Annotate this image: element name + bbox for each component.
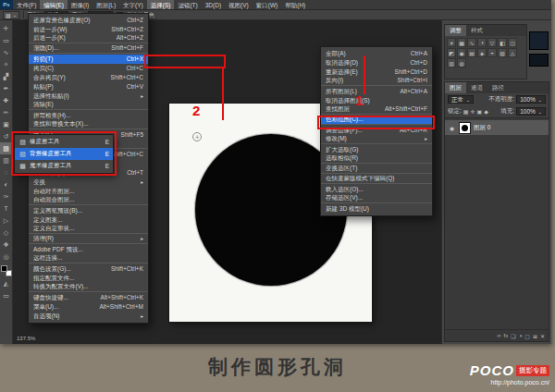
clone-stamp-tool[interactable]: ▣ [0,118,12,130]
layer-thumbnail[interactable] [459,122,471,134]
edit-menu-item[interactable]: 粘贴(P) Ctrl+V [29,82,148,92]
select-menu-item[interactable]: 在快速蒙版模式下编辑(Q) [321,175,432,184]
menu-bar-item[interactable]: 窗口(W) [253,0,281,9]
adjustment-layer-icon[interactable]: ◑ [519,333,523,338]
edit-menu-item[interactable]: 渐隐(D)... Shift+Ctrl+F [29,44,148,54]
curves-icon[interactable]: ∿ [467,38,476,47]
path-selection-tool[interactable]: ▷ [0,214,12,227]
layer-visibility-icon[interactable]: ◉ [448,125,456,131]
quick-mask-button[interactable]: ◭ [0,277,12,289]
select-menu-item[interactable]: 新建 3D 模型(U) [321,204,432,214]
crop-tool[interactable]: ▞ [0,70,12,82]
move-tool[interactable]: ✛ [0,22,12,34]
edit-menu-item[interactable]: 颜色设置(G)... Shift+Ctrl+K [29,264,148,274]
invert-icon[interactable]: ◒ [487,48,497,57]
panel-thumbnail[interactable] [529,31,549,50]
delete-layer-icon[interactable]: ✕ [540,333,545,339]
link-layers-icon[interactable]: ∞ [497,333,500,338]
levels-icon[interactable]: ▦ [457,38,466,47]
edit-menu-item[interactable]: 还原背景色橡皮擦(O) Ctrl+Z [29,16,148,25]
opacity-select[interactable]: 100% [516,95,546,104]
eyedropper-tool[interactable]: ✒ [0,82,12,94]
layer-row-0[interactable]: ◉ 图层 0 [445,120,549,135]
marquee-tool[interactable]: ▭ [0,34,12,46]
type-tool[interactable]: T [0,202,12,214]
edit-menu-item[interactable]: 定义自定形状... [29,225,148,234]
color-swatches[interactable] [1,265,12,276]
lock-all-icon[interactable]: ◆ [484,108,488,115]
screen-mode-button[interactable]: ▭ [0,289,12,301]
edit-menu-item[interactable]: 剪切(T) Ctrl+X [29,55,148,64]
new-layer-icon[interactable]: ⊞ [533,333,537,339]
blend-mode-select[interactable]: 正常 [448,95,474,104]
edit-menu-item[interactable]: 首选项(N) [29,312,148,321]
panel-tab[interactable]: 路径 [487,82,509,93]
color-balance-icon[interactable]: ◫ [508,38,517,47]
color-lookup-icon[interactable]: ◈ [477,48,487,57]
zoom-tool[interactable]: ◎ [0,251,12,263]
edit-menu-item[interactable]: 自动混合图层... [29,196,148,205]
quick-selection-tool[interactable]: ✧ [0,58,12,70]
fill-select[interactable]: 100% [516,107,546,116]
edit-menu-item[interactable]: 清理(R) [29,235,148,244]
hue-saturation-icon[interactable]: ◧ [498,38,507,47]
panel-thumbnail-secondary[interactable] [529,54,549,67]
menu-bar-item[interactable]: 编辑(E) [40,0,68,9]
foreground-color-swatch[interactable] [1,265,7,272]
menu-bar-item[interactable]: 帮助(H) [281,0,309,9]
pen-tool[interactable]: ✑ [0,190,12,202]
edit-menu-item[interactable]: 查找和替换文本(X)... [29,120,148,129]
new-group-icon[interactable]: ▢ [524,333,530,339]
select-menu-item[interactable]: 存储选区(V)... [321,194,432,203]
channel-mixer-icon[interactable]: ▤ [467,48,476,57]
lock-position-icon[interactable]: ▣ [477,108,483,115]
black-white-icon[interactable]: ◩ [447,48,456,57]
edit-menu-item[interactable]: 定义画笔预设(B)... [29,206,148,215]
layer-mask-icon[interactable]: ❏ [511,333,515,339]
lock-pixels-icon[interactable]: ✛ [470,108,475,115]
brush-tool[interactable]: ✏ [0,106,12,118]
select-menu-item[interactable]: 取消选择(D) Ctrl+D [321,58,432,67]
hand-tool[interactable]: ❖ [0,239,12,251]
threshold-icon[interactable]: ◬ [508,48,517,57]
edit-menu-item[interactable]: 拷贝(C) Ctrl+C [29,64,148,73]
photo-filter-icon[interactable]: ◉ [457,48,466,57]
menu-bar-item[interactable]: 图层(L) [92,0,119,9]
menu-bar-item[interactable]: 文件(F) [13,0,40,9]
gradient-map-icon[interactable]: ◍ [457,58,466,67]
select-menu-item[interactable]: 变换选区(T) [321,165,432,174]
select-menu-item[interactable]: 全部(A) Ctrl+A [321,49,432,58]
select-menu-item[interactable]: 反向(I) Shift+Ctrl+I [321,77,432,86]
menu-bar-item[interactable]: 3D(D) [202,0,225,9]
select-menu-item[interactable]: 修改(M) [321,135,432,144]
menu-bar-item[interactable]: 图像(I) [68,0,92,9]
edit-menu-item[interactable]: 清除(E) [29,101,148,110]
menu-bar-item[interactable]: 文字(Y) [119,0,147,9]
brightness-contrast-icon[interactable]: ☀ [447,38,456,47]
selective-color-icon[interactable]: ▥ [447,58,456,67]
edit-menu-item[interactable]: 远程连接... [29,254,148,263]
healing-brush-tool[interactable]: ✚ [0,94,12,106]
panel-tab[interactable]: 调整 [445,25,466,36]
panel-tab[interactable]: 通道 [466,82,487,93]
vibrance-icon[interactable]: ▽ [487,38,497,47]
edit-menu-item[interactable]: 合并拷贝(Y) Shift+Ctrl+C [29,73,148,82]
select-menu-item[interactable]: 查找图层 Alt+Shift+Ctrl+F [321,105,432,115]
menu-bar-item[interactable]: 视图(V) [225,0,253,9]
edit-menu-item[interactable]: 键盘快捷键... Alt+Shift+Ctrl+K [29,293,148,302]
select-menu-item[interactable]: 所有图层(L) Alt+Ctrl+A [321,87,432,96]
select-menu-item[interactable]: 选取相似(R) [321,154,432,164]
menu-bar-item[interactable]: 选择(S) [147,0,175,9]
edit-menu-item[interactable]: 菜单(U)... Alt+Shift+Ctrl+M [29,302,148,312]
panel-tab[interactable]: 样式 [466,25,487,36]
tool-preset-chip[interactable]: ▨⌄ [3,11,19,19]
shape-tool[interactable]: ◇ [0,227,12,239]
edit-menu-item[interactable]: 后退一步(K) Alt+Ctrl+Z [29,34,148,43]
panel-tab[interactable]: 图层 [445,82,466,93]
lasso-tool[interactable]: ∿ [0,46,12,58]
edit-menu-item[interactable]: 变换 [29,178,148,187]
dodge-tool[interactable]: ◐ [0,178,12,190]
exposure-icon[interactable]: ◑ [477,38,487,47]
posterize-icon[interactable]: ▧ [498,48,507,57]
menu-bar-item[interactable]: 滤镜(T) [174,0,201,9]
